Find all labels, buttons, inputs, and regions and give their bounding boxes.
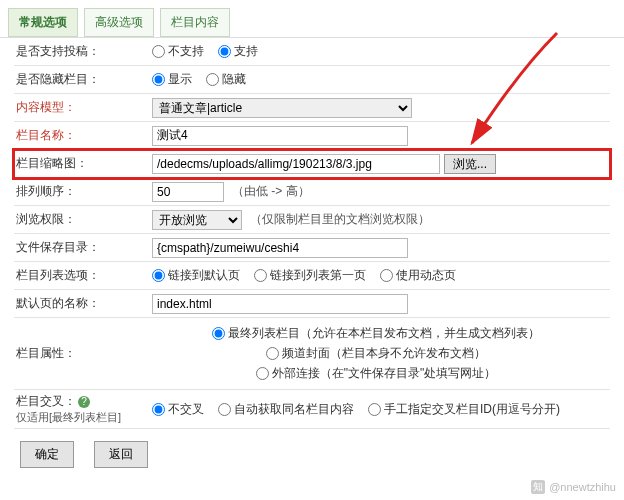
- label-browse-permission: 浏览权限：: [14, 211, 152, 228]
- help-icon[interactable]: ?: [78, 396, 90, 408]
- watermark-text: @nnewtzhihu: [549, 481, 616, 493]
- radio-cross-auto[interactable]: 自动获取同名栏目内容: [218, 401, 354, 418]
- form-panel: 是否支持投稿： 不支持 支持 是否隐藏栏目： 显示 隐藏 内容模型： 普通文章|…: [0, 37, 624, 429]
- label-list-option: 栏目列表选项：: [14, 267, 152, 284]
- input-save-dir[interactable]: [152, 238, 408, 258]
- label-content-model: 内容模型：: [14, 99, 152, 116]
- ok-button[interactable]: 确定: [20, 441, 74, 468]
- input-sort-order[interactable]: [152, 182, 224, 202]
- label-default-page: 默认页的名称：: [14, 295, 152, 312]
- input-thumbnail-path[interactable]: [152, 154, 440, 174]
- select-browse-permission[interactable]: 开放浏览: [152, 210, 242, 230]
- radio-cross-manual[interactable]: 手工指定交叉栏目ID(用逗号分开): [368, 401, 560, 418]
- radio-show[interactable]: 显示: [152, 71, 192, 88]
- label-save-dir: 文件保存目录：: [14, 239, 152, 256]
- input-column-name[interactable]: [152, 126, 408, 146]
- label-column-name: 栏目名称：: [14, 127, 152, 144]
- radio-submit-yes[interactable]: 支持: [218, 43, 258, 60]
- radio-cross-none[interactable]: 不交叉: [152, 401, 204, 418]
- label-cross-sub: 仅适用[最终列表栏目]: [16, 411, 121, 423]
- tab-content[interactable]: 栏目内容: [160, 8, 230, 37]
- radio-submit-no[interactable]: 不支持: [152, 43, 204, 60]
- radio-link-default[interactable]: 链接到默认页: [152, 267, 240, 284]
- label-column-attr: 栏目属性：: [14, 345, 152, 362]
- hint-permission: （仅限制栏目里的文档浏览权限）: [250, 211, 430, 228]
- radio-link-firstpage[interactable]: 链接到列表第一页: [254, 267, 366, 284]
- watermark: 知 @nnewtzhihu: [531, 480, 616, 494]
- radio-hide[interactable]: 隐藏: [206, 71, 246, 88]
- zhihu-icon: 知: [531, 480, 545, 494]
- hint-sort: （由低 -> 高）: [232, 183, 310, 200]
- select-content-model[interactable]: 普通文章|article: [152, 98, 412, 118]
- back-button[interactable]: 返回: [94, 441, 148, 468]
- label-thumbnail: 栏目缩略图：: [14, 155, 152, 172]
- radio-attr-final[interactable]: 最终列表栏目（允许在本栏目发布文档，并生成文档列表）: [212, 325, 540, 342]
- radio-attr-external[interactable]: 外部连接（在"文件保存目录"处填写网址）: [256, 365, 497, 382]
- label-support-submit: 是否支持投稿：: [14, 43, 152, 60]
- radio-attr-channel[interactable]: 频道封面（栏目本身不允许发布文档）: [266, 345, 486, 362]
- input-default-page[interactable]: [152, 294, 408, 314]
- tab-advanced[interactable]: 高级选项: [84, 8, 154, 37]
- radio-dynamic-page[interactable]: 使用动态页: [380, 267, 456, 284]
- label-sort-order: 排列顺序：: [14, 183, 152, 200]
- row-thumbnail: 栏目缩略图： 浏览...: [14, 150, 610, 178]
- browse-button[interactable]: 浏览...: [444, 154, 496, 174]
- label-hide-column: 是否隐藏栏目：: [14, 71, 152, 88]
- label-column-cross: 栏目交叉：? 仅适用[最终列表栏目]: [14, 393, 152, 425]
- tab-general[interactable]: 常规选项: [8, 8, 78, 37]
